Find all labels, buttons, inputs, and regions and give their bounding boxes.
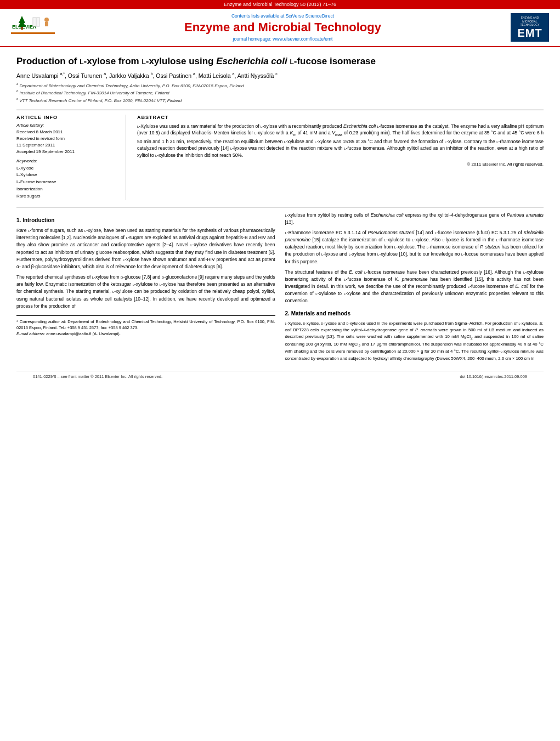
article-meta-section: ARTICLE INFO Article history: Received 8… bbox=[16, 115, 544, 200]
body-col-left: 1. Introduction Rare l-forms of sugars, … bbox=[16, 212, 275, 365]
intro-para-2: The reported chemical syntheses of l-xyl… bbox=[16, 274, 275, 310]
methods-para-1: l-Xylose, d-xylose, d-lyxose and d-xylul… bbox=[285, 320, 544, 362]
abstract-label: ABSTRACT bbox=[137, 115, 544, 120]
keywords-section: Keywords: L-Xylose L-Xylulose L-Fucose i… bbox=[16, 159, 117, 200]
divider-bottom bbox=[16, 207, 544, 207]
journal-citation-bar: Enzyme and Microbial Technology 50 (2012… bbox=[0, 0, 560, 9]
intro-para-5: The structural features of the E. coli l… bbox=[285, 269, 544, 305]
emt-logo: ENZYME ANDMICROBIALTECHNOLOGY EMT bbox=[511, 13, 549, 42]
intro-para-1: Rare l-forms of sugars, such as l-xylose… bbox=[16, 227, 275, 270]
journal-header: ELSEVIER Contents lists available at Sci… bbox=[0, 9, 560, 47]
doi-text: doi:10.1016/j.enzmictec.2011.09.009 bbox=[460, 374, 527, 379]
received-revised-label: Received in revised form bbox=[16, 136, 117, 141]
keyword-5: Rare sugars bbox=[16, 193, 117, 200]
article-info-label: ARTICLE INFO bbox=[16, 115, 117, 120]
svg-rect-10 bbox=[45, 22, 48, 26]
footnote-section: * Corresponding author at: Department of… bbox=[16, 315, 275, 337]
svg-rect-2 bbox=[11, 32, 55, 34]
journal-center: Contents lists available at SciVerse Sci… bbox=[60, 13, 505, 42]
intro-para-4: l-Rhamnose isomerase EC 5.3.1.14 of Pseu… bbox=[285, 229, 544, 265]
keyword-4: Isomerization bbox=[16, 186, 117, 193]
authors: Anne Usvalampi a,*, Ossi Turunen a, Jark… bbox=[16, 72, 544, 79]
affiliations: a Department of Biotechnology and Chemic… bbox=[16, 82, 544, 104]
citation-text: Enzyme and Microbial Technology 50 (2012… bbox=[224, 2, 336, 7]
issn-text: 0141-0229/$ – see front matter © 2011 El… bbox=[33, 374, 162, 379]
synthesis-word: synthesis bbox=[197, 228, 217, 233]
article-title: Production of l-xylose from l-xylulose u… bbox=[16, 55, 544, 67]
copyright-notice: © 2011 Elsevier Inc. All rights reserved… bbox=[137, 162, 544, 167]
body-col-right: l-xylulose from xylitol by resting cells… bbox=[285, 212, 544, 365]
keyword-3: L-Fucose isomerase bbox=[16, 179, 117, 186]
abstract-column: ABSTRACT l-Xylulose was used as a raw ma… bbox=[137, 115, 544, 200]
svg-rect-5 bbox=[21, 27, 23, 30]
sciverse-link: Contents lists available at SciVerse Sci… bbox=[60, 13, 505, 19]
footnote-email: E-mail address: anne.usvalampi@aalto.fi … bbox=[16, 331, 275, 337]
footnote-corresponding: * Corresponding author at: Department of… bbox=[16, 319, 275, 331]
body-content: 1. Introduction Rare l-forms of sugars, … bbox=[16, 212, 544, 365]
journal-title: Enzyme and Microbial Technology bbox=[60, 20, 505, 35]
received-revised-date: 11 September 2011 bbox=[16, 143, 117, 148]
article-content: Production of l-xylose from l-xylulose u… bbox=[0, 47, 560, 390]
svg-point-9 bbox=[44, 18, 49, 22]
divider-top bbox=[16, 110, 544, 110]
keyword-1: L-Xylose bbox=[16, 165, 117, 172]
elsevier-logo: ELSEVIER bbox=[11, 13, 55, 42]
page: Enzyme and Microbial Technology 50 (2012… bbox=[0, 0, 560, 741]
article-info-column: ARTICLE INFO Article history: Received 8… bbox=[16, 115, 126, 200]
bottom-bar: 0141-0229/$ – see front matter © 2011 El… bbox=[16, 371, 544, 382]
intro-para-3: l-xylulose from xylitol by resting cells… bbox=[285, 212, 544, 226]
section1-heading: 1. Introduction bbox=[16, 216, 275, 225]
section2-heading: 2. Materials and methods bbox=[285, 309, 544, 318]
accepted-date: Accepted 19 September 2011 bbox=[16, 149, 117, 154]
history-label: Article history: bbox=[16, 123, 117, 128]
journal-homepage: journal homepage: www.elsevier.com/locat… bbox=[60, 36, 505, 42]
abstract-text: l-Xylulose was used as a raw material fo… bbox=[137, 123, 544, 159]
keywords-label: Keywords: bbox=[16, 159, 117, 163]
received-date: Received 8 March 2011 bbox=[16, 129, 117, 134]
keyword-2: L-Xylulose bbox=[16, 172, 117, 179]
